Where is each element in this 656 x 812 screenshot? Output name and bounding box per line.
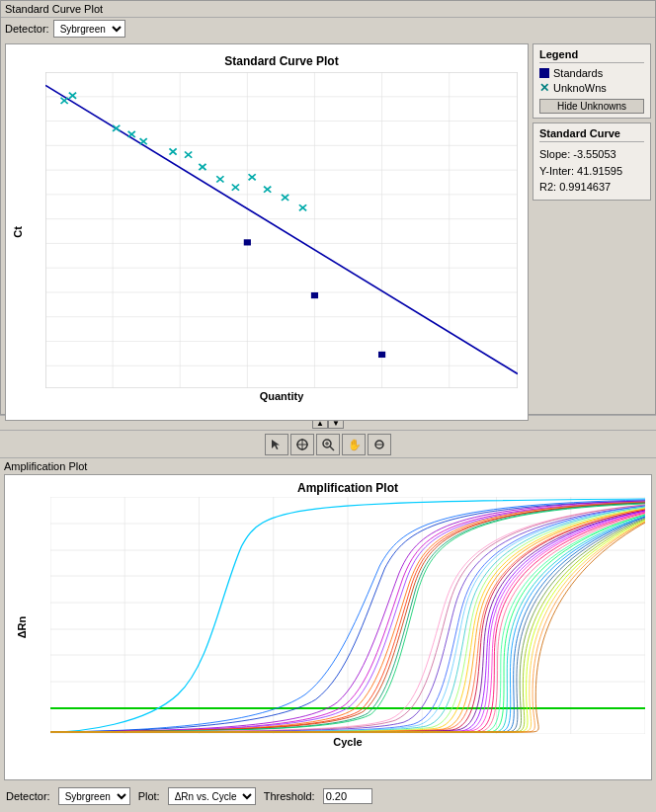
- zoom-select-icon: [295, 438, 309, 451]
- amplification-y-label: ΔRn: [16, 616, 28, 639]
- top-content: Standard Curve Plot Ct: [1, 40, 655, 425]
- standard-curve-x-label: Quantity: [45, 390, 518, 402]
- standard-curve-y-label: Ct: [12, 226, 24, 238]
- legend-standards-item: Standards: [539, 67, 644, 79]
- legend-panel: Legend Standards ✕ UnknoWns Hide Unknown…: [533, 43, 651, 421]
- standard-curve-chart-title: Standard Curve Plot: [45, 54, 518, 68]
- detector-select-bottom[interactable]: Sybrgreen: [58, 787, 130, 805]
- bottom-panel: Amplification Plot Amplification Plot ΔR…: [0, 458, 656, 812]
- svg-rect-24: [244, 239, 251, 245]
- zoom-select-button[interactable]: [290, 434, 314, 455]
- svg-text:✋: ✋: [348, 438, 361, 451]
- top-panel: Standard Curve Plot Detector: Sybrgreen …: [0, 0, 656, 415]
- r2-value: R2: 0.9914637: [539, 179, 644, 196]
- std-curve-data: Slope: -3.55053 Y-Inter: 41.91595 R2: 0.…: [539, 146, 644, 196]
- standards-label: Standards: [553, 67, 603, 79]
- std-curve-title: Standard Curve: [539, 127, 644, 142]
- svg-rect-25: [311, 292, 318, 298]
- top-title-bar: Standard Curve Plot: [1, 1, 655, 18]
- amplification-chart-inner: 1.800 1.600 1.400 1.200 1.000 8.000 E-1 …: [50, 497, 645, 734]
- bottom-panel-title: Amplification Plot: [0, 458, 656, 474]
- bottom-controls: Detector: Sybrgreen Plot: ΔRn vs. Cycle …: [0, 784, 656, 808]
- threshold-label: Threshold:: [264, 790, 315, 802]
- unknowns-label: UnknoWns: [553, 82, 607, 94]
- legend-unknowns-item: ✕ UnknoWns: [539, 81, 644, 95]
- legend-box: Legend Standards ✕ UnknoWns Hide Unknown…: [533, 43, 651, 119]
- select-tool-button[interactable]: [265, 434, 288, 455]
- pan-button[interactable]: ✋: [342, 434, 366, 455]
- detector-label-bottom: Detector:: [6, 790, 50, 802]
- standard-curve-chart-area: Standard Curve Plot Ct: [5, 43, 529, 421]
- svg-marker-75: [272, 440, 280, 449]
- standard-curve-svg: 36 34 32 30 28 26 24 22 20 18 16 14 12 1…: [45, 72, 518, 388]
- top-panel-title: Standard Curve Plot: [5, 3, 103, 15]
- reset-icon: [372, 438, 386, 451]
- hide-unknowns-button[interactable]: Hide Unknowns: [539, 99, 644, 114]
- legend-title: Legend: [539, 48, 644, 63]
- plot-select[interactable]: ΔRn vs. Cycle: [168, 787, 256, 805]
- standard-curve-chart-inner: 36 34 32 30 28 26 24 22 20 18 16 14 12 1…: [45, 72, 518, 388]
- threshold-input[interactable]: [323, 788, 372, 804]
- amplification-chart-area: Amplification Plot ΔRn: [4, 474, 652, 780]
- magnify-icon: [321, 438, 335, 451]
- reset-button[interactable]: [368, 434, 391, 455]
- svg-rect-26: [378, 352, 385, 358]
- detector-label-top: Detector:: [5, 23, 49, 35]
- std-curve-box: Standard Curve Slope: -3.55053 Y-Inter: …: [533, 122, 651, 201]
- amplification-chart-title: Amplification Plot: [50, 481, 645, 495]
- amplification-svg: 1.800 1.600 1.400 1.200 1.000 8.000 E-1 …: [50, 497, 645, 734]
- amplification-x-label: Cycle: [50, 736, 645, 748]
- detector-row-top: Detector: Sybrgreen: [1, 18, 655, 40]
- detector-select-top[interactable]: Sybrgreen: [53, 20, 125, 38]
- magnify-button[interactable]: [316, 434, 340, 455]
- unknowns-icon: ✕: [539, 81, 549, 95]
- y-inter-value: Y-Inter: 41.91595: [539, 163, 644, 180]
- svg-line-80: [330, 447, 334, 450]
- plot-label: Plot:: [138, 790, 160, 802]
- standards-icon: [539, 68, 549, 78]
- slope-value: Slope: -3.55053: [539, 146, 644, 163]
- toolbar-row: ✋: [0, 431, 656, 458]
- select-tool-icon: [270, 438, 284, 451]
- pan-icon: ✋: [347, 438, 361, 451]
